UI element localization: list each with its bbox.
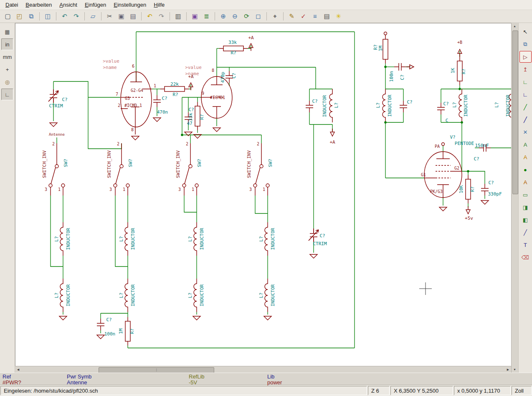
place-wire-button[interactable]: ∟ bbox=[519, 76, 532, 88]
cursor-shape-button[interactable]: + bbox=[1, 63, 13, 75]
power-port-symbol bbox=[466, 206, 470, 214]
menu-einstellungen[interactable]: Einstellungen bbox=[110, 0, 150, 9]
copy-icon: ▣ bbox=[118, 13, 124, 20]
bus-to-bus-entry-button[interactable]: ╱ bbox=[519, 114, 532, 125]
ground-symbol bbox=[132, 136, 139, 140]
junction-dot bbox=[459, 88, 461, 90]
wire-to-bus-entry-button[interactable]: ╱ bbox=[519, 101, 532, 113]
wire-to-bus-entry-icon: ╱ bbox=[524, 104, 527, 110]
copy-button[interactable]: ▣ bbox=[116, 10, 127, 22]
print-button[interactable]: ▥ bbox=[172, 10, 184, 22]
hierarchy-navigator-button[interactable]: ⧉ bbox=[25, 10, 37, 22]
cursor-position-relative: x 0,5000 y 1,1170 bbox=[454, 386, 511, 395]
menu-ansicht[interactable]: Ansicht bbox=[56, 0, 81, 9]
schematic-label: L? bbox=[375, 102, 381, 108]
menu-bearbeiten[interactable]: Bearbeiten bbox=[22, 0, 56, 9]
erc-button[interactable]: ✓ bbox=[298, 10, 309, 22]
zoom-in-button[interactable]: ⊕ bbox=[218, 10, 229, 22]
hidden-pins-button[interactable]: ◎ bbox=[1, 76, 13, 88]
menu-hilfe[interactable]: Hilfe bbox=[150, 0, 168, 9]
delete-button[interactable]: ⌫ bbox=[519, 251, 532, 263]
import-sheet-pin-button[interactable]: ◨ bbox=[519, 201, 532, 213]
zoom-fit-button[interactable]: ◻ bbox=[253, 10, 264, 22]
units-mm-icon: mm bbox=[3, 54, 12, 60]
schematic-label: L? bbox=[334, 102, 339, 108]
schematic-label: #ICMB1 bbox=[210, 95, 225, 100]
paste-button[interactable]: ▤ bbox=[127, 10, 139, 22]
zoom-out-button[interactable]: ⊖ bbox=[229, 10, 241, 22]
sheet-back-button[interactable]: ↶ bbox=[59, 10, 70, 22]
new-schematic-button[interactable]: ▢ bbox=[2, 10, 13, 22]
bom-button[interactable]: ≡ bbox=[309, 10, 321, 22]
ground-symbol bbox=[50, 123, 57, 127]
capacitor-symbol bbox=[97, 319, 104, 330]
wire bbox=[53, 81, 122, 149]
units-inch-button[interactable]: in bbox=[1, 38, 13, 50]
schematic-label: 10K bbox=[459, 185, 464, 193]
inductor-symbol bbox=[459, 89, 462, 122]
horizontal-scrollbar[interactable]: ◀ ⦙ ▶ bbox=[15, 366, 511, 373]
schematic-label: INDUCTOR bbox=[270, 228, 276, 250]
schematic-label: 3 bbox=[178, 187, 181, 192]
scroll-left-arrow[interactable]: ◀ bbox=[15, 366, 21, 373]
schematic-label: INDUCTOR bbox=[463, 94, 469, 117]
sheet-pin-button[interactable]: ◧ bbox=[519, 214, 532, 226]
cursor-tool-button[interactable]: ↖ bbox=[519, 26, 532, 38]
junction-button[interactable]: ● bbox=[519, 164, 532, 175]
menu-einfgen[interactable]: Einfügen bbox=[81, 0, 110, 9]
schematic-canvas[interactable]: C?CTRIMAntenne>value>name67128G3G2-G4#IC… bbox=[15, 23, 511, 366]
annotate-button[interactable]: ✎ bbox=[286, 10, 297, 22]
text-button[interactable]: T bbox=[519, 239, 532, 251]
plot-button[interactable]: ▤ bbox=[321, 10, 332, 22]
schematic-label: INDUCTOR bbox=[322, 95, 327, 117]
schematic-label: 470p bbox=[220, 72, 225, 83]
undo-button[interactable]: ↶ bbox=[144, 10, 155, 22]
status-field-label: Pwr Symb bbox=[67, 373, 91, 379]
cut-icon: ✂ bbox=[107, 13, 112, 20]
find-button[interactable]: ⌖ bbox=[269, 10, 281, 22]
cut-button[interactable]: ✂ bbox=[104, 10, 115, 22]
horizontal-scroll-thumb[interactable]: ⦙ bbox=[99, 367, 214, 373]
hier-sheet-button[interactable]: ▭ bbox=[519, 189, 532, 201]
save-project-icon: ◫ bbox=[45, 13, 51, 20]
grid-toggle-button[interactable]: ▦ bbox=[1, 26, 13, 38]
place-bus-button[interactable]: ∟ bbox=[519, 89, 532, 100]
capacitor-symbol bbox=[153, 95, 161, 107]
schematic-label: PA bbox=[435, 144, 440, 149]
open-schematic-button[interactable]: ◰ bbox=[14, 10, 25, 22]
vertical-scrollbar[interactable]: ▲ ▼ bbox=[511, 23, 518, 373]
save-project-button[interactable]: ◫ bbox=[42, 10, 53, 22]
library-browser-button[interactable]: ✳ bbox=[333, 10, 344, 22]
hierarchy-tool-button[interactable]: ⧉ bbox=[519, 38, 532, 50]
sheet-forward-button[interactable]: ↷ bbox=[71, 10, 82, 22]
zoom-redraw-button[interactable]: ⟳ bbox=[241, 10, 252, 22]
hv-wire-button[interactable]: ∟ bbox=[1, 89, 13, 100]
trimmer-capacitor-symbol bbox=[309, 228, 319, 242]
menu-datei[interactable]: Datei bbox=[2, 0, 22, 9]
no-connect-button[interactable]: ✕ bbox=[519, 126, 532, 138]
schematic-label: SW? bbox=[128, 159, 133, 167]
units-mm-button[interactable]: mm bbox=[1, 51, 13, 63]
scroll-up-arrow[interactable]: ▲ bbox=[512, 23, 518, 29]
status-field-lib: Libpower bbox=[267, 373, 282, 385]
junction-dot bbox=[384, 66, 387, 68]
schematic-label: INDUCTOR bbox=[199, 284, 205, 306]
run-cvpcb-button[interactable]: ▣ bbox=[189, 10, 200, 22]
schematic-label: PENTODE bbox=[455, 141, 474, 146]
netlist-button[interactable]: ≣ bbox=[201, 10, 212, 22]
redo-button[interactable]: ↷ bbox=[156, 10, 167, 22]
hier-label-button[interactable]: A bbox=[519, 176, 532, 188]
schematic-label: C? bbox=[231, 73, 237, 78]
scroll-right-arrow[interactable]: ▶ bbox=[505, 366, 511, 373]
leave-sheet-icon: ▱ bbox=[91, 13, 96, 20]
schematic-label: C? bbox=[188, 107, 194, 112]
place-component-button[interactable]: ▷ bbox=[519, 51, 532, 63]
net-label-button[interactable]: A bbox=[519, 139, 532, 150]
leave-sheet-button[interactable]: ▱ bbox=[87, 10, 99, 22]
vertical-scroll-thumb[interactable] bbox=[512, 30, 518, 194]
global-label-button[interactable]: A bbox=[519, 151, 532, 163]
schematic-label: CTRIM bbox=[313, 241, 327, 246]
place-power-port-button[interactable]: ↥ bbox=[519, 63, 532, 75]
scroll-down-arrow[interactable]: ▼ bbox=[512, 366, 518, 373]
graphic-line-button[interactable]: ╱ bbox=[519, 226, 532, 238]
